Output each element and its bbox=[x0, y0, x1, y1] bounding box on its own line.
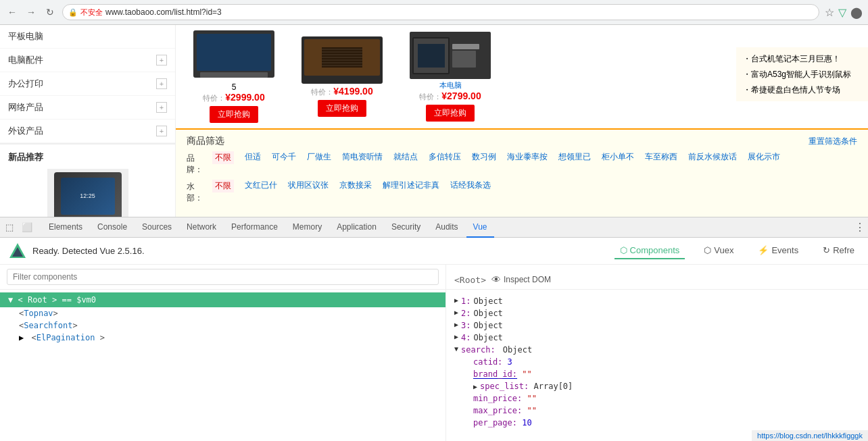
page-content: 平板电脑 电脑配件 + 办公打印 + 网络产品 + 外设产品 + 新品推荐 12… bbox=[0, 25, 868, 217]
expand-arrow-2[interactable]: ▶ bbox=[454, 309, 458, 316]
filter-section: 商品筛选 重置筛选条件 品牌： 不限 但适 可今千 厂做生 简电资听情 就结点 … bbox=[176, 128, 868, 217]
product-card-1: 5 特价：¥2999.00 立即抢购 bbox=[187, 30, 281, 123]
plus-icon: + bbox=[156, 102, 167, 113]
brand-tag-chezhicheng[interactable]: 车至称西 bbox=[645, 151, 677, 164]
promo-item-2: ・富动A53g智能人手识别鼠标 bbox=[743, 67, 861, 82]
laptop-image-2 bbox=[302, 36, 383, 84]
device-toggle-icon[interactable]: ⬜ bbox=[19, 221, 35, 234]
devtools-icons: ⬚ ⬜ bbox=[3, 221, 35, 234]
filter-components-input[interactable] bbox=[7, 269, 439, 285]
sidebar-item-accessories[interactable]: 电脑配件 + bbox=[0, 49, 175, 72]
brand-tag-jiujie[interactable]: 就结点 bbox=[393, 151, 418, 164]
tree-root-item[interactable]: ▼ < Root > == $vm0 bbox=[0, 292, 445, 307]
vuex-icon[interactable]: ▽ bbox=[838, 6, 846, 19]
tab-sources[interactable]: Sources bbox=[135, 217, 178, 238]
brand-tag-qianfan[interactable]: 前反水候放话 bbox=[688, 151, 737, 164]
laptop-image-1 bbox=[193, 30, 274, 78]
expand-arrow-search[interactable]: ▼ bbox=[454, 345, 458, 353]
water-tag-jieli[interactable]: 解理引述记非真 bbox=[383, 180, 439, 192]
water-tag-zhuangyong[interactable]: 状用区议张 bbox=[288, 180, 329, 192]
sidebar-item-peripherals[interactable]: 外设产品 + bbox=[0, 120, 175, 143]
buy-button-3[interactable]: 立即抢购 bbox=[426, 105, 475, 122]
devtools-more-icon[interactable]: ⋮ bbox=[854, 221, 865, 234]
water-tag-huajing[interactable]: 话经我条选 bbox=[450, 180, 491, 192]
tree-searchfont-item[interactable]: <Searchfont> bbox=[0, 319, 445, 332]
tablet-screen: 12:25 bbox=[61, 178, 115, 215]
water-tag-selected[interactable]: 不限 bbox=[212, 180, 234, 192]
brand-tag-jian[interactable]: 简电资听情 bbox=[342, 151, 383, 164]
tab-security[interactable]: Security bbox=[385, 217, 427, 238]
tab-memory[interactable]: Memory bbox=[286, 217, 329, 238]
product-card-2: 特价：¥4199.00 立即抢购 bbox=[295, 36, 389, 117]
events-icon: ⚡ bbox=[758, 245, 769, 255]
reset-filter-button[interactable]: 重置筛选条件 bbox=[809, 136, 857, 147]
vue-panel-body: ▼ < Root > == $vm0 <Topnav> <Searchfont>… bbox=[0, 265, 868, 441]
vue-logo bbox=[8, 242, 27, 261]
brand-tag-haiyelv[interactable]: 海业黍率按 bbox=[507, 151, 548, 164]
vue-refresh-tab[interactable]: ↻ Refre bbox=[817, 242, 860, 259]
status-url: https://blog.csdn.net/lhkkkfigggk bbox=[757, 432, 863, 440]
bookmark-icon[interactable]: ☆ bbox=[825, 6, 834, 19]
data-row-search[interactable]: ▼ search: Object bbox=[454, 344, 860, 356]
data-row-min-price: min_price: "" bbox=[454, 392, 860, 405]
account-icon[interactable]: ⬤ bbox=[850, 6, 863, 19]
vue-panel-header: Ready. Detected Vue 2.5.16. ⬡ Components… bbox=[0, 238, 868, 265]
address-bar[interactable]: 🔒 不安全 www.taobaoo.com/list.html?id=3 bbox=[62, 4, 819, 20]
brand-tag-shuxili[interactable]: 数习例 bbox=[472, 151, 496, 164]
buy-button-2[interactable]: 立即抢购 bbox=[318, 100, 366, 117]
promo-item-3: ・希捷硬盘白色情人节专场 bbox=[743, 82, 861, 98]
buy-button-1[interactable]: 立即抢购 bbox=[210, 106, 258, 123]
tab-elements[interactable]: Elements bbox=[42, 217, 89, 238]
sidebar-item-network[interactable]: 网络产品 + bbox=[0, 96, 175, 120]
data-row-2[interactable]: ▶ 2: Object bbox=[454, 307, 860, 319]
plus-icon: + bbox=[156, 55, 167, 66]
back-button[interactable]: ← bbox=[5, 5, 19, 19]
brand-tag-changzuo[interactable]: 厂做生 bbox=[307, 151, 331, 164]
topnav-tag: Topnav bbox=[24, 309, 53, 318]
tab-vue[interactable]: Vue bbox=[466, 217, 494, 238]
vue-filter-bar[interactable] bbox=[0, 265, 445, 290]
brand-tag-selected[interactable]: 不限 bbox=[212, 151, 234, 164]
tab-performance[interactable]: Performance bbox=[224, 217, 285, 238]
expand-arrow-3[interactable]: ▶ bbox=[454, 321, 458, 328]
sidebar-item-office[interactable]: 办公打印 + bbox=[0, 72, 175, 96]
inspect-dom-button[interactable]: 👁 Inspect DOM bbox=[491, 274, 551, 285]
brand-tag-duoxin[interactable]: 多信转压 bbox=[429, 151, 461, 164]
brand-tag-xiangling[interactable]: 想领里已 bbox=[558, 151, 591, 164]
expand-arrow-1[interactable]: ▶ bbox=[454, 296, 458, 304]
vue-components-tab[interactable]: ⬡ Components bbox=[614, 242, 685, 259]
water-tag-jingshu[interactable]: 京数接采 bbox=[339, 180, 372, 192]
tab-console[interactable]: Console bbox=[91, 217, 134, 238]
price-2: ¥4199.00 bbox=[333, 86, 372, 97]
tab-network[interactable]: Network bbox=[180, 217, 223, 238]
data-row-spec-list[interactable]: ▶ spec_list: Array[0] bbox=[454, 380, 860, 392]
brand-tag-zhan[interactable]: 展化示市 bbox=[748, 151, 780, 164]
data-row-1[interactable]: ▶ 1: Object bbox=[454, 295, 860, 307]
tree-collapse-arrow: ▼ bbox=[8, 295, 13, 305]
expand-arrow-spec[interactable]: ▶ bbox=[473, 383, 477, 390]
sidebar-item-tablet[interactable]: 平板电脑 bbox=[0, 25, 175, 49]
tab-audits[interactable]: Audits bbox=[429, 217, 464, 238]
price-1: ¥2999.00 bbox=[225, 92, 264, 103]
forward-button[interactable]: → bbox=[24, 5, 38, 19]
tree-arrow-elpagination: ▶ bbox=[19, 333, 24, 342]
refresh-icon: ↻ bbox=[823, 245, 830, 255]
data-row-4[interactable]: ▶ 4: Object bbox=[454, 332, 860, 344]
vue-events-tab[interactable]: ⚡ Events bbox=[752, 242, 804, 259]
data-row-per-page: per_page: 10 bbox=[454, 417, 860, 429]
expand-arrow-4[interactable]: ▶ bbox=[454, 333, 458, 340]
water-tag-wenhong[interactable]: 文红已什 bbox=[245, 180, 277, 192]
tree-topnav-item[interactable]: <Topnav> bbox=[0, 307, 445, 319]
inspect-element-icon[interactable]: ⬚ bbox=[3, 221, 16, 234]
vue-vuex-tab[interactable]: ⬡ Vuex bbox=[698, 242, 739, 259]
tab-application[interactable]: Application bbox=[330, 217, 383, 238]
brand-tag-danshi[interactable]: 但适 bbox=[245, 151, 261, 164]
inspect-dom-label: Inspect DOM bbox=[504, 275, 551, 284]
refresh-button[interactable]: ↻ bbox=[43, 5, 57, 19]
sidebar-item-label: 外设产品 bbox=[8, 125, 43, 137]
tree-elpagination-item[interactable]: ▶ <ElPagination > bbox=[0, 332, 445, 344]
brand-tag-kejin[interactable]: 可今千 bbox=[272, 151, 296, 164]
browser-toolbar: ← → ↻ 🔒 不安全 www.taobaoo.com/list.html?id… bbox=[0, 0, 868, 25]
brand-tag-guixiao[interactable]: 柜小单不 bbox=[602, 151, 634, 164]
data-row-3[interactable]: ▶ 3: Object bbox=[454, 319, 860, 332]
